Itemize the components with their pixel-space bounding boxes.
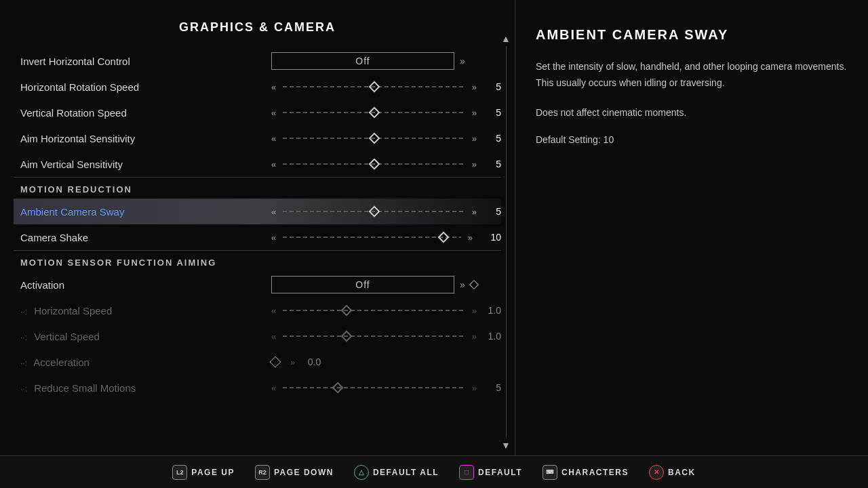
setting-row-horiz-speed[interactable]: ··: Horizontal Speed « » 1.0 bbox=[14, 298, 501, 323]
slider-right-arrow: » bbox=[472, 134, 477, 144]
slider-thumb bbox=[368, 81, 380, 93]
slider-left-arrow: « bbox=[271, 383, 276, 393]
characters-label: CHARACTERS bbox=[561, 468, 629, 477]
slider-ambient-sway[interactable]: « » 5 bbox=[271, 206, 501, 217]
sub-icon: ··: bbox=[20, 307, 27, 317]
slider-track bbox=[283, 86, 465, 87]
bottom-bar: L2 PAGE UP R2 PAGE DOWN △ DEFAULT ALL □ … bbox=[0, 455, 868, 488]
slider-left-arrow: « bbox=[271, 331, 276, 342]
slider-thumb bbox=[341, 305, 353, 317]
setting-row-camera-shake[interactable]: Camera Shake « » 10 bbox=[14, 224, 501, 250]
slider-right-arrow: » bbox=[472, 306, 477, 316]
scroll-track bbox=[506, 46, 507, 438]
control-horiz-speed: « » 1.0 bbox=[271, 305, 501, 316]
right-panel: AMBIENT CAMERA SWAY Set the intensity of… bbox=[515, 0, 868, 488]
slider-track bbox=[283, 211, 465, 212]
slider-value-horiz-speed: 1.0 bbox=[481, 305, 501, 316]
control-vert-speed: « » 1.0 bbox=[271, 331, 501, 342]
detail-default: Default Setting: 10 bbox=[536, 134, 848, 145]
setting-row-vert-rotation[interactable]: Vertical Rotation Speed « » 5 bbox=[14, 100, 501, 125]
setting-row-activation[interactable]: Activation Off » bbox=[14, 272, 501, 298]
control-aim-horiz: « » 5 bbox=[271, 133, 501, 144]
slider-track bbox=[283, 237, 461, 238]
scroll-up-arrow: ▲ bbox=[501, 34, 511, 43]
toggle-arrow: » bbox=[460, 279, 465, 290]
slider-right-arrow: » bbox=[468, 232, 473, 243]
slider-thumb bbox=[437, 232, 449, 243]
slider-value-reduce-small: 5 bbox=[481, 382, 501, 393]
detail-description-1: Set the intensity of slow, handheld, and… bbox=[536, 59, 848, 92]
bottom-item-default-all[interactable]: △ DEFAULT ALL bbox=[354, 465, 439, 480]
setting-row-acceleration[interactable]: ··: Acceleration » 0.0 bbox=[14, 349, 501, 375]
sub-icon: ··: bbox=[20, 359, 27, 368]
slider-thumb bbox=[368, 159, 380, 170]
slider-vert-rotation[interactable]: « » 5 bbox=[271, 107, 501, 118]
slider-value-horiz-rotation: 5 bbox=[481, 81, 501, 92]
bottom-item-back[interactable]: ✕ BACK bbox=[649, 465, 696, 480]
label-ambient-sway: Ambient Camera Sway bbox=[14, 206, 271, 218]
label-activation: Activation bbox=[14, 279, 271, 291]
control-activation: Off » bbox=[271, 276, 501, 293]
slider-vert-speed[interactable]: « » 1.0 bbox=[271, 331, 501, 342]
slider-thumb bbox=[368, 206, 380, 218]
r2-icon: R2 bbox=[255, 465, 270, 480]
slider-track bbox=[283, 163, 465, 165]
label-invert-horizontal: Invert Horizontal Control bbox=[14, 56, 271, 67]
slider-value-camera-shake: 10 bbox=[477, 232, 501, 243]
slider-left-arrow: « bbox=[271, 108, 276, 118]
label-horiz-rotation: Horizontal Rotation Speed bbox=[14, 81, 271, 93]
slider-aim-horiz[interactable]: « » 5 bbox=[271, 133, 501, 144]
diamond-icon bbox=[270, 357, 281, 368]
setting-row-vert-speed[interactable]: ··: Vertical Speed « » 1.0 bbox=[14, 323, 501, 349]
default-label: DEFAULT bbox=[478, 468, 522, 477]
sub-icon: ··: bbox=[20, 333, 27, 342]
triangle-icon: △ bbox=[354, 465, 369, 480]
slider-value-vert-rotation: 5 bbox=[481, 107, 501, 118]
page-up-label: PAGE UP bbox=[191, 468, 235, 477]
slider-thumb bbox=[368, 133, 380, 144]
slider-aim-vert[interactable]: « » 5 bbox=[271, 159, 501, 169]
slider-left-arrow: « bbox=[271, 306, 276, 316]
control-camera-shake: « » 10 bbox=[271, 232, 501, 243]
setting-row-aim-vert[interactable]: Aim Vertical Sensitivity « » 5 bbox=[14, 151, 501, 177]
bottom-item-page-up[interactable]: L2 PAGE UP bbox=[172, 465, 235, 480]
bottom-item-default[interactable]: □ DEFAULT bbox=[459, 465, 522, 480]
category-motion-sensor: MOTION SENSOR FUNCTION AIMING bbox=[14, 250, 501, 272]
slider-right-arrow: » bbox=[472, 331, 477, 342]
slider-right-arrow: » bbox=[290, 357, 295, 367]
setting-row-horiz-rotation[interactable]: Horizontal Rotation Speed « » 5 bbox=[14, 74, 501, 100]
slider-reduce-small[interactable]: « » 5 bbox=[271, 382, 501, 393]
slider-left-arrow: « bbox=[271, 82, 276, 92]
slider-left-arrow: « bbox=[271, 134, 276, 144]
control-reduce-small: « » 5 bbox=[271, 382, 501, 393]
square-icon: □ bbox=[459, 465, 474, 480]
toggle-invert-horizontal[interactable]: Off bbox=[271, 52, 454, 70]
slider-camera-shake[interactable]: « » 10 bbox=[271, 232, 501, 243]
control-ambient-sway: « » 5 bbox=[271, 206, 501, 217]
setting-row-aim-horiz[interactable]: Aim Horizontal Sensitivity « » 5 bbox=[14, 125, 501, 151]
l2-icon: L2 bbox=[172, 465, 187, 480]
main-container: GRAPHICS & CAMERA Invert Horizontal Cont… bbox=[0, 0, 868, 488]
scroll-indicator: ▲ ▼ bbox=[501, 34, 511, 450]
slider-acceleration[interactable]: » 0.0 bbox=[271, 357, 501, 367]
slider-horiz-rotation[interactable]: « » 5 bbox=[271, 81, 501, 92]
label-reduce-small: ··: Reduce Small Motions bbox=[14, 382, 271, 394]
bottom-item-page-down[interactable]: R2 PAGE DOWN bbox=[255, 465, 334, 480]
slider-value-aim-vert: 5 bbox=[481, 159, 501, 169]
bottom-item-characters[interactable]: ⌨ CHARACTERS bbox=[542, 465, 629, 480]
setting-row-reduce-small[interactable]: ··: Reduce Small Motions « » 5 bbox=[14, 375, 501, 401]
label-camera-shake: Camera Shake bbox=[14, 232, 271, 243]
toggle-activation[interactable]: Off bbox=[271, 276, 454, 293]
setting-row-ambient-sway[interactable]: Ambient Camera Sway « » 5 bbox=[14, 199, 501, 224]
left-panel: GRAPHICS & CAMERA Invert Horizontal Cont… bbox=[0, 0, 515, 488]
slider-left-arrow: « bbox=[271, 159, 276, 169]
slider-value-ambient-sway: 5 bbox=[481, 206, 501, 217]
default-all-label: DEFAULT ALL bbox=[373, 468, 439, 477]
label-aim-horiz: Aim Horizontal Sensitivity bbox=[14, 133, 271, 144]
slider-horiz-speed[interactable]: « » 1.0 bbox=[271, 305, 501, 316]
slider-value-aim-horiz: 5 bbox=[481, 133, 501, 144]
slider-thumb bbox=[341, 331, 353, 342]
slider-thumb bbox=[332, 382, 343, 394]
control-aim-vert: « » 5 bbox=[271, 159, 501, 169]
setting-row-invert-horizontal[interactable]: Invert Horizontal Control Off » bbox=[14, 48, 501, 74]
